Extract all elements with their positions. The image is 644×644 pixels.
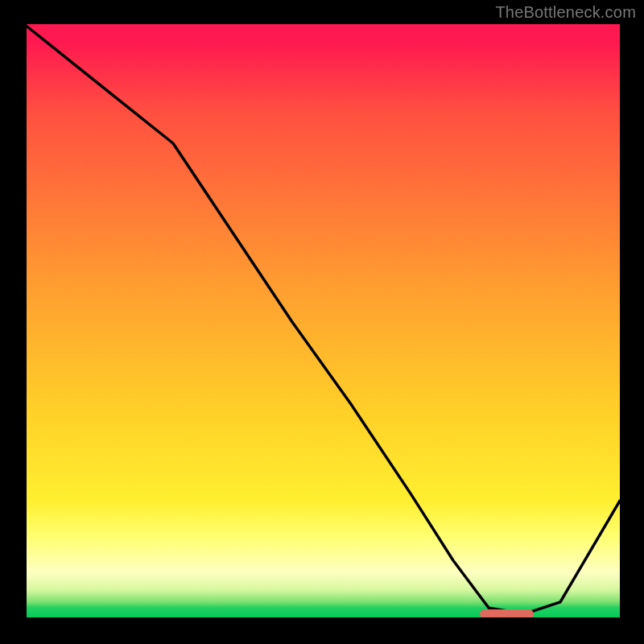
x-axis: [24, 617, 620, 620]
y-axis: [24, 24, 27, 620]
line-curve: [24, 24, 620, 620]
chart-container: TheBottleneck.com: [0, 0, 644, 644]
watermark-label: TheBottleneck.com: [495, 3, 636, 22]
